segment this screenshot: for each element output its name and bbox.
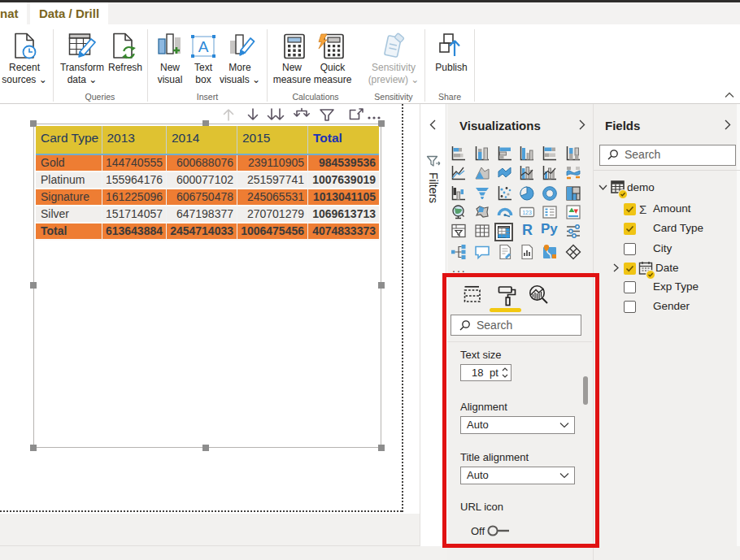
svg-text:123: 123 [522, 210, 532, 215]
svg-text:A: A [198, 38, 209, 55]
